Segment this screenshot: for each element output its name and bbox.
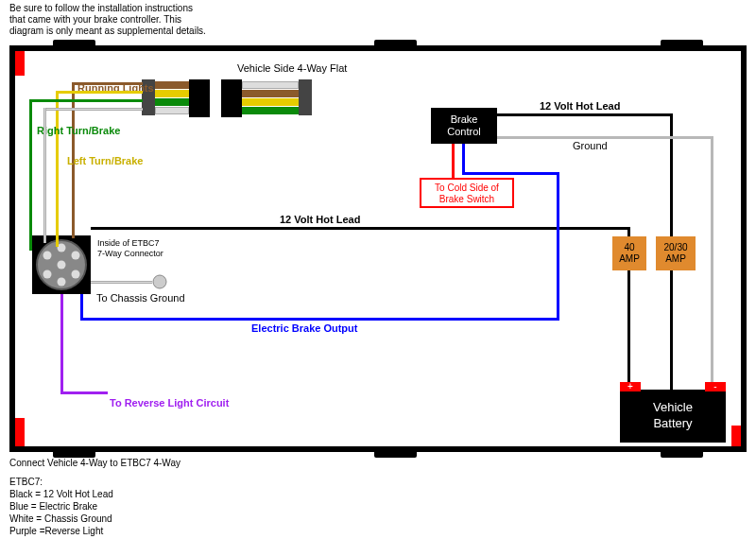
red-marker (731, 426, 741, 446)
vehicle-4way-label: Vehicle Side 4-Way Flat (237, 62, 347, 74)
hot-lead-top-label: 12 Volt Hot Lead (540, 100, 620, 112)
connector-inside-label: Inside of ETBC7 7-Way Connector (97, 238, 163, 259)
battery-plus-terminal: + (620, 382, 641, 391)
legend-line: White = Chassis Ground (9, 513, 113, 525)
wire-chassis-ground (91, 281, 152, 284)
frame-tab (374, 40, 417, 47)
cold-side-box: To Cold Side of Brake Switch (420, 178, 514, 208)
frame-tab (53, 40, 95, 47)
7way-connector-box (32, 235, 91, 294)
wire-cold-side (452, 144, 455, 180)
svg-point-5 (43, 270, 52, 279)
svg-point-7 (58, 261, 66, 270)
wire-right-turn (29, 99, 32, 251)
left-turn-label: Left Turn/Brake (67, 155, 143, 166)
etbc7-4way-plug (155, 79, 210, 117)
svg-point-4 (58, 278, 66, 287)
chassis-ground-icon (150, 272, 169, 291)
amp2030-box: 20/30 AMP (656, 236, 696, 270)
wire-12v-top (497, 113, 672, 116)
wire-left-turn (56, 91, 143, 94)
frame-tab (661, 40, 703, 47)
red-marker (15, 51, 25, 76)
wire-reverse (60, 391, 108, 394)
legend-line: Purple =Reverse Light (9, 525, 113, 537)
legend-title: ETBC7: (9, 476, 113, 488)
svg-point-2 (72, 252, 80, 260)
ground-label: Ground (573, 140, 608, 151)
electric-brake-label: Electric Brake Output (251, 322, 357, 334)
instructions-text: Be sure to follow the installation instr… (9, 3, 206, 37)
frame-tab (661, 450, 703, 458)
footer-legend: ETBC7: Black = 12 Volt Hot Lead Blue = E… (9, 476, 113, 537)
wire-12v-mid (91, 227, 629, 230)
wire-right-turn (29, 99, 143, 102)
battery-box: Vehicle Battery (620, 390, 726, 443)
amp40-box: 40 AMP (612, 236, 646, 270)
right-turn-label: Right Turn/Brake (37, 125, 120, 136)
diagram-frame: Vehicle Side 4-Way Flat Running (9, 45, 747, 452)
hot-lead-mid-label: 12 Volt Hot Lead (280, 214, 360, 225)
frame-tab (374, 450, 417, 458)
wire-white-4way (43, 108, 143, 111)
svg-point-8 (153, 275, 166, 288)
wire-left-turn (56, 91, 59, 247)
battery-minus-terminal: - (705, 382, 726, 391)
wire-electric-brake (80, 294, 83, 321)
footer-connect: Connect Vehicle 4-Way to ETBC7 4-Way (9, 457, 180, 469)
reverse-label: To Reverse Light Circuit (110, 397, 229, 409)
wire-reverse (60, 294, 63, 393)
wire-ground (711, 136, 713, 390)
svg-point-3 (72, 270, 80, 279)
vehicle-4way-plug (221, 79, 306, 117)
svg-point-6 (43, 252, 52, 260)
wire-electric-brake (462, 172, 558, 175)
brake-control-box: Brake Control (431, 108, 497, 144)
legend-line: Blue = Electric Brake (9, 500, 113, 513)
chassis-ground-label: To Chassis Ground (96, 292, 185, 304)
red-marker (15, 418, 25, 446)
wire-electric-brake (557, 172, 559, 321)
wire-ground (497, 136, 713, 139)
wire-electric-brake (80, 318, 558, 321)
7way-connector-icon (32, 235, 91, 294)
legend-line: Black = 12 Volt Hot Lead (9, 488, 113, 500)
wire-white-4way (43, 108, 46, 243)
